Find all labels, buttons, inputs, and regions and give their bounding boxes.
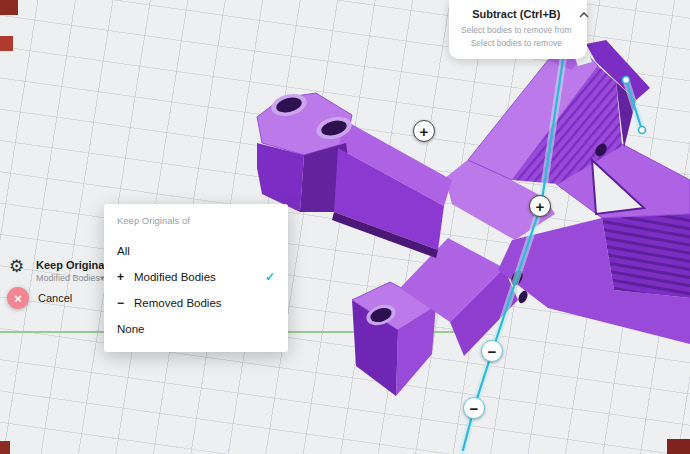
app-window: + + − − ⚙ Keep Originals Modified Bodies…	[0, 0, 690, 454]
plus-icon: +	[117, 270, 134, 284]
corner-marker-bottom-right	[667, 439, 690, 454]
keep-originals-label: Keep Originals	[36, 259, 114, 271]
line-endpoint	[623, 77, 630, 84]
close-icon: ×	[14, 291, 22, 306]
menu-item-label: Removed Bodies	[134, 297, 222, 309]
menu-item-label: None	[117, 323, 145, 335]
check-icon: ✓	[265, 270, 275, 284]
cancel-button[interactable]: ×	[7, 287, 29, 309]
handle-plus-top[interactable]: +	[413, 120, 435, 142]
keep-originals-value[interactable]: Modified Bodies▾	[36, 273, 105, 283]
corner-marker-bottom-left	[0, 441, 10, 454]
keep-originals-current: Modified Bodies	[36, 273, 100, 283]
cancel-label[interactable]: Cancel	[38, 292, 72, 304]
gear-icon[interactable]: ⚙	[9, 258, 24, 275]
tool-subtitle-1: Select bodies to remove from	[461, 24, 572, 37]
tool-title: Subtract (Ctrl+B)	[461, 8, 572, 20]
handle-minus-lower[interactable]: −	[481, 340, 503, 362]
minus-icon: −	[117, 296, 134, 310]
tool-subtitle-2: Select bodies to remove	[461, 37, 572, 50]
menu-item-all[interactable]: All	[117, 238, 275, 264]
corner-marker-top-left-1	[0, 0, 18, 15]
chevron-up-icon[interactable]	[578, 8, 590, 27]
menu-item-removed-bodies[interactable]: − Removed Bodies	[117, 290, 275, 316]
handle-minus-bottom[interactable]: −	[463, 397, 485, 419]
subtract-tool-panel: Subtract (Ctrl+B) Select bodies to remov…	[449, 0, 587, 59]
corner-marker-top-left-2	[0, 36, 13, 51]
menu-item-none[interactable]: None	[117, 316, 275, 342]
menu-item-modified-bodies[interactable]: + Modified Bodies ✓	[117, 264, 275, 290]
line-endpoint	[639, 127, 646, 134]
keep-originals-menu: Keep Originals of All + Modified Bodies …	[104, 204, 288, 352]
menu-header: Keep Originals of	[117, 215, 275, 226]
menu-item-label: All	[117, 245, 130, 257]
menu-item-label: Modified Bodies	[134, 271, 216, 283]
handle-plus-center[interactable]: +	[529, 195, 551, 217]
